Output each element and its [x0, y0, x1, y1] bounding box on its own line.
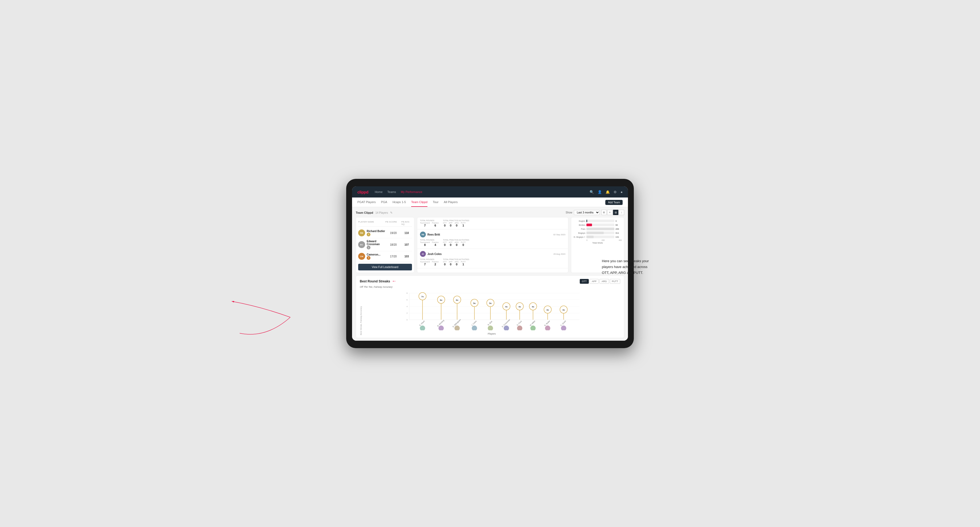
tournament-value: 7 — [424, 224, 426, 227]
subnav-pgat[interactable]: PGAT Players — [357, 197, 376, 207]
avatar-1: RB — [358, 229, 365, 237]
view-leaderboard-button[interactable]: View Full Leaderboard — [358, 264, 412, 270]
grid-view-btn[interactable]: ⊞ — [601, 210, 607, 215]
avatar-josh: JC — [420, 251, 426, 257]
card-view-btn[interactable]: ▤ — [613, 210, 618, 215]
svg-text:6x: 6x — [456, 299, 458, 301]
svg-text:J. Coles: J. Coles — [471, 320, 477, 326]
subnav-tour[interactable]: Tour — [433, 197, 438, 207]
svg-text:8: 8 — [407, 292, 408, 294]
leaderboard-col: PLAYER NAME PB SCORE PB AVG SQ RB Richar… — [356, 217, 414, 273]
date-josh: 26 Aug 2023 — [554, 253, 565, 255]
settings-icon[interactable]: ⚙ — [614, 190, 617, 194]
score-2: 18/20 — [385, 243, 401, 246]
player-row-3[interactable]: CM Cameron... 3 17/20 103 — [358, 251, 412, 262]
streak-filters: OTT APP ARG PUTT — [580, 279, 620, 284]
arg-label: ARG — [455, 222, 458, 224]
svg-text:5x: 5x — [473, 302, 476, 305]
name-josh: Josh Coles — [428, 252, 442, 256]
rounds-josh: Total Rounds Tournament 7 Practice — [420, 259, 439, 266]
filter-ott[interactable]: OTT — [580, 279, 589, 284]
player-info-1: RB Richard Butler 1 — [358, 229, 385, 237]
player-row-2[interactable]: EC Edward Crossman 2 18/20 107 — [358, 238, 412, 251]
svg-point-51 — [420, 325, 425, 330]
card-first-stats: Total Rounds Tournament 7 Practice — [420, 220, 565, 227]
subnav-pga[interactable]: PGA — [381, 197, 387, 207]
table-view-btn[interactable]: ↕ — [619, 210, 624, 215]
filter-arg[interactable]: ARG — [600, 279, 609, 284]
team-header: Team Clippd 14 Players ✎ Show Last 3 mon… — [356, 210, 624, 215]
subnav-right: Add Team — [605, 200, 623, 205]
putt-label: PUTT — [461, 222, 466, 224]
app-label: APP — [449, 222, 452, 224]
team-title: Team Clippd 14 Players ✎ — [356, 210, 393, 215]
player-info-3: CM Cameron... 3 — [358, 253, 385, 260]
streaks-title-text: Best Round Streaks — [360, 279, 390, 283]
external-annotation: Here you can see streaks your players ha… — [602, 258, 655, 276]
rounds-rees: Total Rounds Tournament 8 Practice — [420, 239, 439, 246]
player-table-header: PLAYER NAME PB SCORE PB AVG SQ — [358, 220, 412, 227]
practice-label: Practice — [432, 222, 439, 224]
ott-stat: OTT 0 — [443, 222, 447, 227]
act-row-rees: OTT 0 APP 0 ARG — [443, 241, 469, 246]
bar-eagles: Eagles 3 — [573, 220, 622, 222]
bar-bogeys: Bogeys 311 — [573, 232, 622, 234]
practice-activities-group: Total Practice Activities OTT 0 APP — [443, 220, 469, 227]
add-team-button[interactable]: Add Team — [605, 200, 623, 205]
svg-point-60 — [561, 325, 566, 330]
pars-label: Pars — [573, 228, 585, 230]
y-axis-label: Best Streak, Fairway Accuracy — [360, 290, 362, 335]
subnav-hcaps[interactable]: Hcaps 1-5 — [393, 197, 406, 207]
avatar-rees: RB — [420, 232, 426, 237]
app-logo: clippd — [357, 190, 368, 194]
cards-col: Total Rounds Tournament 7 Practice — [417, 217, 568, 273]
subtitle-secondary: Fairway Accuracy — [374, 286, 393, 288]
svg-text:2: 2 — [407, 312, 408, 314]
svg-text:3x: 3x — [546, 309, 549, 311]
card-josh-header: JC Josh Coles 26 Aug 2023 — [420, 251, 565, 257]
filter-putt[interactable]: PUTT — [610, 279, 620, 284]
bogeys-fill — [586, 232, 604, 234]
svg-point-53 — [455, 325, 460, 330]
user-icon[interactable]: 👤 — [598, 190, 602, 194]
search-icon[interactable]: 🔍 — [590, 190, 594, 194]
prac-act-rees: Total Practice Activities — [443, 239, 469, 241]
streak-chart-area: 0 2 4 6 8 7x E. Ebert — [363, 290, 620, 335]
medal-1: 1 — [367, 233, 371, 237]
main-content: Team Clippd 14 Players ✎ Show Last 3 mon… — [352, 207, 628, 341]
player-row-1[interactable]: RB Richard Butler 1 19/20 110 — [358, 228, 412, 238]
svg-point-55 — [488, 325, 493, 330]
tournament-label: Tournament — [420, 222, 430, 224]
dbogeys-fill — [586, 236, 593, 238]
streak-subtitle: Off The Tee, Fairway Accuracy — [360, 286, 620, 288]
bar-chart: Eagles 3 Birdies — [573, 220, 622, 238]
putt-value: 1 — [463, 224, 464, 227]
list-view-btn[interactable]: ≡ — [607, 210, 612, 215]
period-select[interactable]: Last 3 months — [574, 210, 600, 215]
edit-icon[interactable]: ✎ — [390, 211, 393, 214]
svg-text:7x: 7x — [421, 295, 424, 298]
stats-rees: Total Rounds Tournament 8 Practice — [420, 239, 565, 246]
subnav-all-players[interactable]: All Players — [444, 197, 458, 207]
nav-home[interactable]: Home — [375, 190, 382, 194]
subnav: PGAT Players PGA Hcaps 1-5 Team Clippd T… — [352, 197, 628, 207]
ott-label: OTT — [443, 222, 447, 224]
bogeys-track — [586, 232, 614, 234]
streaks-title: Best Round Streaks ← — [360, 278, 396, 284]
dbogeys-label: D. Bogeys + — [573, 236, 585, 238]
app-stat: APP 0 — [449, 222, 452, 227]
svg-point-56 — [504, 325, 509, 330]
svg-text:4x: 4x — [505, 306, 508, 308]
filter-app[interactable]: APP — [590, 279, 599, 284]
bar-dbogeys: D. Bogeys + 131 — [573, 236, 622, 238]
nav-teams[interactable]: Teams — [387, 190, 396, 194]
svg-text:4x: 4x — [519, 306, 521, 308]
practice-activities-label: Total Practice Activities — [443, 220, 469, 221]
activities-row: OTT 0 APP 0 ARG — [443, 222, 469, 227]
svg-text:0: 0 — [407, 319, 408, 321]
subnav-team-clippd[interactable]: Team Clippd — [411, 197, 428, 207]
profile-icon[interactable]: ● — [620, 190, 623, 194]
bell-icon[interactable]: 🔔 — [606, 190, 610, 194]
navbar: clippd Home Teams My Performance 🔍 👤 🔔 ⚙… — [352, 186, 628, 197]
nav-my-performance[interactable]: My Performance — [401, 190, 422, 194]
